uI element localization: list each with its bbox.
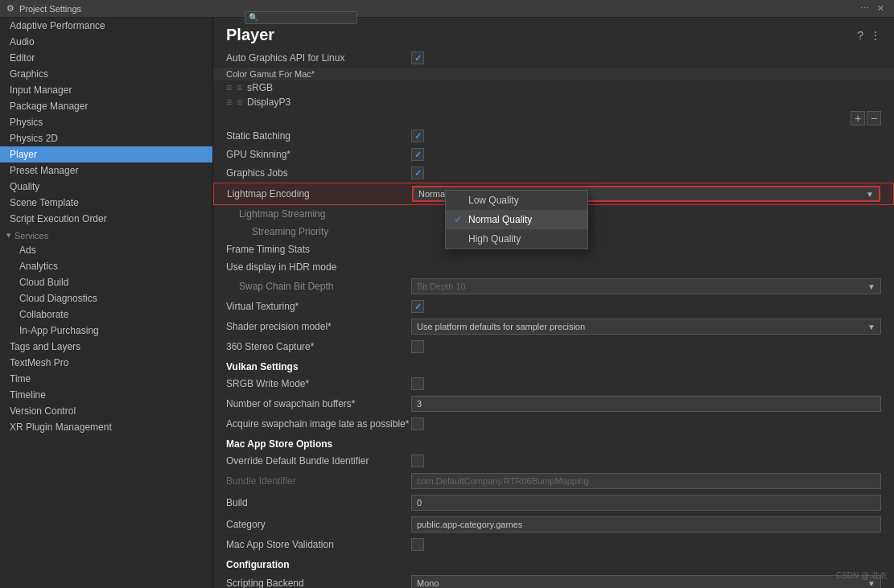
- sidebar-item-cloud-build[interactable]: Cloud Build: [0, 274, 212, 290]
- color-gamut-item-sRGB: ≡sRGB: [213, 80, 894, 95]
- sidebar-item-collaborate[interactable]: Collaborate: [0, 306, 212, 323]
- sidebar-item-quality[interactable]: Quality: [0, 179, 212, 195]
- sidebar-item-script-execution-order[interactable]: Script Execution Order: [0, 211, 212, 227]
- sidebar-item-package-manager[interactable]: Package Manager: [0, 98, 212, 114]
- sidebar-item-player[interactable]: Player: [0, 146, 212, 162]
- checkbox[interactable]: [411, 454, 424, 467]
- checkbox[interactable]: [411, 148, 424, 161]
- row-value-15: Use platform defaults for sampler precis…: [411, 319, 881, 335]
- row-value-5: [411, 130, 881, 142]
- sidebar-item-graphics[interactable]: Graphics: [0, 66, 212, 82]
- row-label-23: Bundle Identifier: [226, 475, 411, 487]
- row-value-28: Mono▼: [411, 575, 881, 588]
- dropdown-15[interactable]: Use platform defaults for sampler precis…: [411, 319, 881, 335]
- settings-row-25: Categorypublic.app-category.games: [213, 514, 894, 536]
- row-label-26: Mac App Store Validation: [226, 539, 411, 550]
- sidebar-item-input-manager[interactable]: Input Manager: [0, 82, 212, 98]
- dropdown-disabled-13: Bit Depth 10▼: [411, 278, 881, 294]
- close-button[interactable]: ✕: [875, 2, 888, 15]
- row-label-28: Scripting Backend: [226, 578, 411, 588]
- settings-content: Auto Graphics API for LinuxColor Gamut F…: [213, 49, 894, 588]
- row-label-8: Lightmap Encoding: [227, 188, 412, 199]
- dropdown-option-low[interactable]: Low Quality: [446, 191, 587, 210]
- section-header-27: Configuration: [213, 554, 894, 573]
- row-label-0: Auto Graphics API for Linux: [226, 52, 411, 64]
- checkbox[interactable]: [411, 167, 424, 179]
- checkbox[interactable]: [411, 377, 424, 390]
- checkbox[interactable]: [411, 538, 424, 551]
- dropdown-option-normal[interactable]: ✓ Normal Quality: [446, 210, 587, 229]
- text-field-25[interactable]: public.app-category.games: [411, 516, 881, 532]
- sidebar-item-scene-template[interactable]: Scene Template: [0, 195, 212, 211]
- sidebar-item-audio[interactable]: Audio: [0, 34, 212, 50]
- checkbox[interactable]: [411, 340, 424, 353]
- row-label-15: Shader precision model*: [226, 321, 411, 332]
- row-label-18: SRGB Write Mode*: [226, 378, 411, 389]
- text-field-disabled-23: com.DefaultCompany.RTR06BumpMapping: [411, 473, 881, 489]
- sidebar-item-time[interactable]: Time: [0, 371, 212, 387]
- dropdown-28[interactable]: Mono▼: [411, 575, 881, 588]
- titlebar-menu: ⋯ ✕: [859, 2, 888, 15]
- row-value-26: [411, 538, 881, 551]
- row-label-22: Override Default Bundle Identifier: [226, 455, 411, 467]
- sidebar-item-xr-plugin-management[interactable]: XR Plugin Management: [0, 419, 212, 435]
- sidebar-item-tags-and-layers[interactable]: Tags and Layers: [0, 339, 212, 355]
- dropdown-option-high[interactable]: High Quality: [446, 229, 587, 249]
- search-icon: 🔍: [249, 13, 258, 22]
- sidebar-item-textmesh-pro[interactable]: TextMesh Pro: [0, 355, 212, 371]
- dropdown-arrow-disabled: ▼: [867, 282, 875, 291]
- row-value-24: 0: [411, 495, 881, 511]
- text-field-19[interactable]: 3: [411, 396, 881, 412]
- sidebar-item-analytics[interactable]: Analytics: [0, 258, 212, 274]
- row-label-16: 360 Stereo Capture*: [226, 341, 411, 352]
- sidebar-item-ads[interactable]: Ads: [0, 242, 212, 258]
- settings-icon[interactable]: ⋮: [870, 29, 881, 42]
- row-label-7: Graphics Jobs: [226, 167, 411, 179]
- row-value-22: [411, 454, 881, 467]
- text-field-24[interactable]: 0: [411, 495, 881, 511]
- checkbox[interactable]: [411, 417, 424, 430]
- row-value-7: [411, 167, 881, 179]
- settings-row-28: Scripting BackendMono▼: [213, 573, 894, 588]
- minimize-button[interactable]: ⋯: [859, 2, 871, 15]
- sidebar-item-in-app-purchasing[interactable]: In-App Purchasing: [0, 323, 212, 339]
- row-label-25: Category: [226, 519, 411, 530]
- section-header-17: Vulkan Settings: [213, 356, 894, 375]
- row-value-0: [411, 51, 881, 64]
- settings-row-23: Bundle Identifiercom.DefaultCompany.RTR0…: [213, 471, 894, 492]
- settings-row-24: Build0: [213, 492, 894, 514]
- sidebar: Adaptive PerformanceAudioEditorGraphicsI…: [0, 18, 213, 588]
- sidebar-item-preset-manager[interactable]: Preset Manager: [0, 162, 212, 179]
- row-value-18: [411, 377, 881, 390]
- sidebar-item-physics[interactable]: Physics: [0, 114, 212, 130]
- sidebar-item-adaptive-performance[interactable]: Adaptive Performance: [0, 18, 212, 34]
- titlebar: ⚙ Project Settings 🔍 ⋯ ✕: [0, 0, 894, 18]
- sidebar-item-editor[interactable]: Editor: [0, 50, 212, 66]
- row-value-19: 3: [411, 396, 881, 412]
- row-value-20: [411, 417, 881, 430]
- page-title: Player: [226, 26, 274, 44]
- minus-button[interactable]: −: [867, 111, 881, 125]
- settings-row-5: Static Batching: [213, 127, 894, 146]
- sidebar-item-timeline[interactable]: Timeline: [0, 387, 212, 403]
- row-label-5: Static Batching: [226, 130, 411, 142]
- sidebar-item-cloud-diagnostics[interactable]: Cloud Diagnostics: [0, 290, 212, 306]
- row-value-25: public.app-category.games: [411, 516, 881, 532]
- sidebar-section-services-header: ▾Services: [0, 227, 212, 242]
- checkbox[interactable]: [411, 300, 424, 313]
- lightmap-dropdown-popup[interactable]: Low Quality ✓ Normal Quality High Qualit…: [445, 190, 588, 249]
- checkbox[interactable]: [411, 51, 424, 64]
- dropdown-arrow: ▼: [867, 323, 875, 331]
- normal-label: Normal Quality: [468, 214, 532, 225]
- row-value-13: Bit Depth 10▼: [411, 278, 881, 294]
- search-bar[interactable]: 🔍: [245, 11, 357, 24]
- titlebar-icon: ⚙: [6, 3, 14, 14]
- plus-button[interactable]: +: [851, 111, 865, 125]
- help-icon[interactable]: ?: [857, 29, 863, 42]
- checkbox[interactable]: [411, 130, 424, 142]
- sidebar-item-version-control[interactable]: Version Control: [0, 403, 212, 419]
- low-label: Low Quality: [468, 195, 519, 206]
- color-gamut-header: Color Gamut For Mac*: [213, 68, 894, 80]
- search-input[interactable]: [262, 13, 353, 22]
- sidebar-item-physics-2d[interactable]: Physics 2D: [0, 130, 212, 146]
